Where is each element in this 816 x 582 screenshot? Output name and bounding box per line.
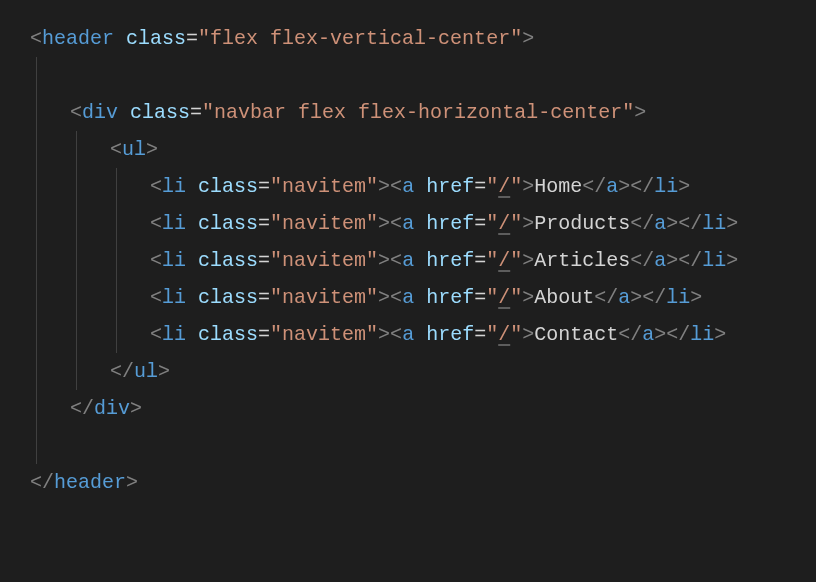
code-line[interactable]: <header class="flex flex-vertical-center…: [30, 20, 786, 57]
code-line[interactable]: <li class="navitem"><a href="/">Products…: [30, 205, 786, 242]
token-bracket: </: [70, 397, 94, 420]
token-content: Contact: [534, 323, 618, 346]
token-tagname: li: [702, 212, 726, 235]
token-bracket: <: [150, 212, 162, 235]
token-bracket: ></: [654, 323, 690, 346]
code-line[interactable]: <ul>: [30, 131, 786, 168]
token-bracket: <: [150, 323, 162, 346]
token-bracket: >: [126, 471, 138, 494]
token-attrvalue: ": [486, 249, 498, 272]
token-attrname: class: [126, 27, 186, 50]
token-tagname: li: [162, 286, 186, 309]
token-bracket: <: [110, 138, 122, 161]
token-bracket: </: [594, 286, 618, 309]
token-tagname: li: [666, 286, 690, 309]
token-bracket: ><: [378, 212, 402, 235]
token-eq: =: [258, 212, 270, 235]
token-eq: =: [474, 286, 486, 309]
token-tagname: a: [654, 249, 666, 272]
token-attrname: href: [426, 249, 474, 272]
code-editor[interactable]: <header class="flex flex-vertical-center…: [30, 20, 786, 501]
token-attrvalue-u: /: [498, 212, 510, 235]
token-bracket: <: [70, 101, 82, 124]
code-line[interactable]: <li class="navitem"><a href="/">Home</a>…: [30, 168, 786, 205]
indent-guide: [116, 205, 117, 242]
token-bracket: >: [690, 286, 702, 309]
token-bracket: >: [522, 27, 534, 50]
token-space: [414, 175, 426, 198]
token-tagname: a: [654, 212, 666, 235]
token-tagname: header: [54, 471, 126, 494]
code-line[interactable]: </ul>: [30, 353, 786, 390]
token-tagname: li: [654, 175, 678, 198]
token-tagname: div: [94, 397, 130, 420]
indent-guide: [76, 242, 77, 279]
token-attrname: class: [198, 212, 258, 235]
token-bracket: </: [110, 360, 134, 383]
token-attrvalue-u: /: [498, 323, 510, 346]
token-content: Articles: [534, 249, 630, 272]
code-line[interactable]: <li class="navitem"><a href="/">Articles…: [30, 242, 786, 279]
token-tagname: a: [618, 286, 630, 309]
token-attrvalue: ": [486, 175, 498, 198]
indent-guide: [76, 168, 77, 205]
token-eq: =: [258, 249, 270, 272]
token-attrvalue: ": [510, 323, 522, 346]
token-eq: =: [258, 175, 270, 198]
token-attrvalue: ": [510, 175, 522, 198]
code-line[interactable]: </header>: [30, 464, 786, 501]
token-space: [414, 249, 426, 272]
token-bracket: >: [522, 323, 534, 346]
token-attrvalue: ": [510, 212, 522, 235]
token-bracket: <: [150, 175, 162, 198]
token-attrvalue: "navitem": [270, 323, 378, 346]
code-line[interactable]: </div>: [30, 390, 786, 427]
token-eq: =: [474, 323, 486, 346]
token-space: [414, 323, 426, 346]
token-tagname: li: [162, 323, 186, 346]
token-attrvalue: ": [486, 286, 498, 309]
token-bracket: >: [714, 323, 726, 346]
token-eq: =: [190, 101, 202, 124]
token-bracket: </: [618, 323, 642, 346]
token-space: [186, 175, 198, 198]
token-bracket: >: [522, 286, 534, 309]
token-space: [186, 212, 198, 235]
token-tagname: ul: [134, 360, 158, 383]
token-content: About: [534, 286, 594, 309]
indent-guide: [76, 131, 77, 168]
code-line[interactable]: <div class="navbar flex flex-horizontal-…: [30, 94, 786, 131]
token-tagname: li: [690, 323, 714, 346]
token-attrvalue: "navitem": [270, 175, 378, 198]
token-space: [118, 101, 130, 124]
token-attrname: class: [198, 286, 258, 309]
token-bracket: >: [726, 212, 738, 235]
token-space: [414, 286, 426, 309]
token-bracket: </: [30, 471, 54, 494]
token-tagname: li: [162, 249, 186, 272]
code-line[interactable]: <li class="navitem"><a href="/">About</a…: [30, 279, 786, 316]
indent-guide: [116, 242, 117, 279]
token-bracket: >: [522, 249, 534, 272]
code-line[interactable]: [30, 427, 786, 464]
token-bracket: ></: [618, 175, 654, 198]
token-bracket: <: [30, 27, 42, 50]
token-attrname: href: [426, 323, 474, 346]
code-line[interactable]: [30, 57, 786, 94]
token-bracket: >: [522, 212, 534, 235]
token-attrname: class: [198, 249, 258, 272]
indent-guide: [76, 279, 77, 316]
token-attrvalue: "navitem": [270, 212, 378, 235]
token-attrvalue: ": [486, 212, 498, 235]
token-tagname: a: [402, 249, 414, 272]
token-bracket: >: [146, 138, 158, 161]
token-tagname: li: [702, 249, 726, 272]
indent-guide: [116, 316, 117, 353]
token-content: Home: [534, 175, 582, 198]
code-line[interactable]: <li class="navitem"><a href="/">Contact<…: [30, 316, 786, 353]
token-attrname: href: [426, 286, 474, 309]
token-attrname: class: [198, 323, 258, 346]
token-tagname: a: [402, 212, 414, 235]
token-bracket: ><: [378, 249, 402, 272]
token-eq: =: [258, 286, 270, 309]
